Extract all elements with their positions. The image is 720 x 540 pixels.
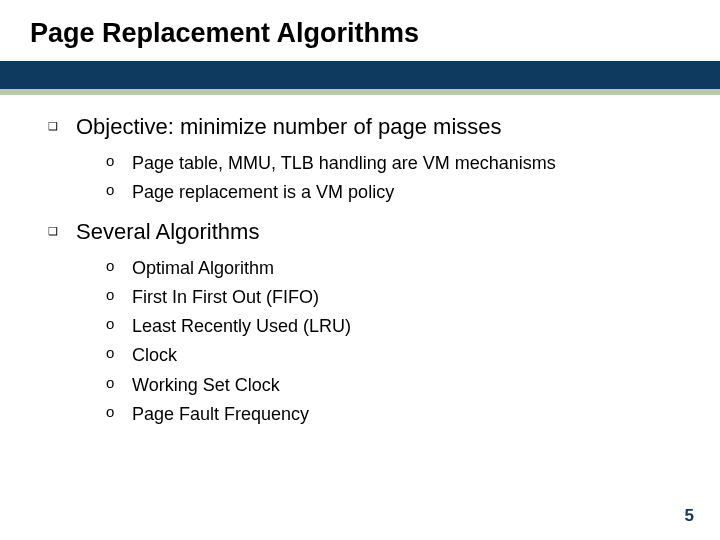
sub-bullet-item: o Working Set Clock bbox=[106, 373, 690, 397]
sub-bullet-text: Page table, MMU, TLB handling are VM mec… bbox=[132, 151, 556, 175]
bullet-item: ❑ Several Algorithms bbox=[48, 218, 690, 246]
square-bullet-icon: ❑ bbox=[48, 225, 58, 238]
sub-bullet-item: o Clock bbox=[106, 343, 690, 367]
sub-bullet-text: Page replacement is a VM policy bbox=[132, 180, 394, 204]
sub-list: o Optimal Algorithm o First In First Out… bbox=[106, 256, 690, 427]
circle-bullet-icon: o bbox=[106, 286, 118, 303]
circle-bullet-icon: o bbox=[106, 181, 118, 198]
sub-list: o Page table, MMU, TLB handling are VM m… bbox=[106, 151, 690, 205]
sub-bullet-text: Page Fault Frequency bbox=[132, 402, 309, 426]
title-bar bbox=[0, 61, 720, 95]
sub-bullet-item: o Least Recently Used (LRU) bbox=[106, 314, 690, 338]
circle-bullet-icon: o bbox=[106, 344, 118, 361]
slide-title: Page Replacement Algorithms bbox=[30, 18, 720, 49]
sub-bullet-text: Clock bbox=[132, 343, 177, 367]
circle-bullet-icon: o bbox=[106, 315, 118, 332]
sub-bullet-text: Working Set Clock bbox=[132, 373, 280, 397]
sub-bullet-item: o Page replacement is a VM policy bbox=[106, 180, 690, 204]
bullet-text: Several Algorithms bbox=[76, 218, 259, 246]
sub-bullet-text: Least Recently Used (LRU) bbox=[132, 314, 351, 338]
slide-content: ❑ Objective: minimize number of page mis… bbox=[0, 95, 720, 426]
slide-header: Page Replacement Algorithms bbox=[0, 0, 720, 57]
square-bullet-icon: ❑ bbox=[48, 120, 58, 133]
sub-bullet-item: o Optimal Algorithm bbox=[106, 256, 690, 280]
sub-bullet-text: Optimal Algorithm bbox=[132, 256, 274, 280]
sub-bullet-item: o Page table, MMU, TLB handling are VM m… bbox=[106, 151, 690, 175]
page-number: 5 bbox=[685, 506, 694, 526]
circle-bullet-icon: o bbox=[106, 374, 118, 391]
bullet-text: Objective: minimize number of page misse… bbox=[76, 113, 502, 141]
bullet-item: ❑ Objective: minimize number of page mis… bbox=[48, 113, 690, 141]
sub-bullet-item: o First In First Out (FIFO) bbox=[106, 285, 690, 309]
circle-bullet-icon: o bbox=[106, 257, 118, 274]
sub-bullet-item: o Page Fault Frequency bbox=[106, 402, 690, 426]
circle-bullet-icon: o bbox=[106, 152, 118, 169]
sub-bullet-text: First In First Out (FIFO) bbox=[132, 285, 319, 309]
circle-bullet-icon: o bbox=[106, 403, 118, 420]
